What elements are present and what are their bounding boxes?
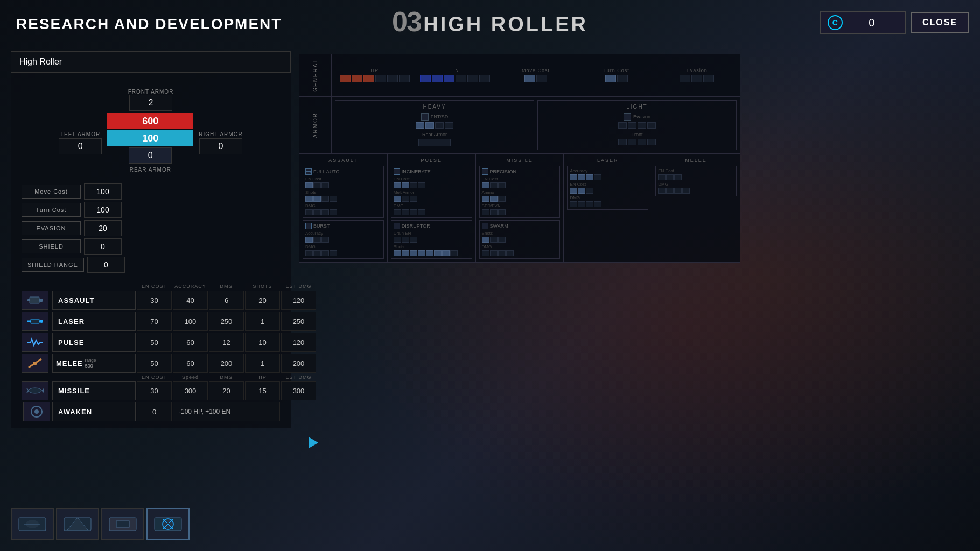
- missile-est-dmg[interactable]: 300: [281, 381, 316, 400]
- pulse-accuracy[interactable]: 60: [173, 333, 208, 352]
- move-cost-value[interactable]: 100: [84, 183, 122, 200]
- laser-shots[interactable]: 1: [245, 312, 280, 331]
- fa-shots-label: Shots: [305, 190, 381, 195]
- melee-en-cost[interactable]: 50: [137, 354, 172, 373]
- svg-rect-2: [39, 299, 43, 302]
- unit-title-block: 03 HIGH ROLLER: [392, 5, 588, 38]
- hp-bar-2: [352, 75, 362, 82]
- light-armor-block: LIGHT Evasion: [537, 100, 737, 150]
- swarm-shots-label: Shots: [482, 231, 558, 236]
- armor-main-row: LEFT ARMOR 0 600 100 0 REAR ARMOR: [22, 113, 280, 173]
- laser-icon: [22, 312, 48, 331]
- melee-weapon-row: MELEE range 500 50 60 200 1 200: [22, 354, 280, 373]
- left-armor-value[interactable]: 0: [59, 138, 102, 154]
- laser-accuracy-label: Accuracy: [570, 168, 646, 173]
- assault-en-cost[interactable]: 30: [137, 291, 172, 310]
- pulse-en-cost[interactable]: 50: [137, 333, 172, 352]
- right-armor-label: RIGHT ARMOR: [199, 131, 242, 137]
- pulse-icon: [22, 333, 48, 352]
- svg-rect-1: [30, 297, 39, 303]
- right-armor-value[interactable]: 0: [199, 138, 242, 154]
- light-label: LIGHT: [541, 104, 733, 110]
- shield-range-label[interactable]: SHIELD RANGE: [22, 258, 84, 272]
- laser-dmg[interactable]: 250: [209, 312, 244, 331]
- awaken-en-cost[interactable]: 0: [137, 402, 172, 421]
- thumbnail-2[interactable]: [56, 508, 99, 540]
- precision-sub: PRECISION EN Cost Ammo SPD/EVA: [479, 166, 561, 218]
- armor-stats-content: HEAVY FNT/SD R: [332, 97, 740, 153]
- fnt-icon: [421, 113, 429, 121]
- svg-line-10: [27, 388, 29, 391]
- awaken-name-btn[interactable]: AWAKEN: [52, 402, 136, 421]
- melee-accuracy[interactable]: 60: [173, 354, 208, 373]
- missile-en-cost[interactable]: 30: [137, 381, 172, 400]
- dis-shots-label: Shots: [394, 244, 470, 249]
- shield-label[interactable]: SHIELD: [22, 239, 81, 253]
- inc-dmg-label: DMG: [394, 203, 470, 208]
- melee-dmg[interactable]: 200: [209, 354, 244, 373]
- en-bar-5: [467, 75, 478, 82]
- melee-est-dmg[interactable]: 200: [281, 354, 316, 373]
- pulse-est-dmg[interactable]: 120: [281, 333, 316, 352]
- missile-speed[interactable]: 300: [173, 381, 208, 400]
- hp-bar-6: [399, 75, 410, 82]
- missile-dmg[interactable]: 20: [209, 381, 244, 400]
- evasion-bars: [680, 75, 714, 82]
- move-cost-stat-label: Move Cost: [522, 68, 550, 73]
- assault-est-dmg[interactable]: 120: [281, 291, 316, 310]
- en-bar: 100: [107, 130, 193, 146]
- unit-number: 03: [392, 6, 421, 37]
- close-button[interactable]: CLOSE: [911, 12, 969, 33]
- assault-name-btn[interactable]: ASSAULT: [52, 291, 136, 310]
- inc-melt-armor-label: Melt Armor: [394, 190, 470, 195]
- currency-value: 0: [845, 17, 899, 29]
- fnt-sd-label: FNT/SD: [431, 114, 449, 119]
- assault-shots[interactable]: 20: [245, 291, 280, 310]
- evasion-label[interactable]: EVASION: [22, 221, 81, 235]
- move-cost-label[interactable]: Move Cost: [22, 185, 81, 199]
- fa-dmg-label: DMG: [305, 203, 381, 208]
- shots-header: SHOTS: [245, 284, 280, 289]
- move-cost-stat-block: Move Cost: [497, 68, 575, 82]
- unit-name: HIGH ROLLER: [423, 13, 588, 36]
- front-stat-label: Front: [631, 132, 642, 137]
- svg-marker-15: [310, 170, 311, 173]
- pulse-shots[interactable]: 10: [245, 333, 280, 352]
- pulse-dmg[interactable]: 12: [209, 333, 244, 352]
- laser-en-cost[interactable]: 70: [137, 312, 172, 331]
- shield-value[interactable]: 0: [84, 238, 122, 255]
- burst-sub: BURST Accuracy DMG: [303, 220, 384, 259]
- bottom-armor-value[interactable]: 0: [129, 147, 172, 164]
- melee-en-cost-stat-label: EN Cost: [658, 168, 734, 173]
- fnt-sd-block: FNT/SD: [339, 113, 530, 129]
- swarm-label: SWARM: [490, 223, 508, 229]
- melee-shots[interactable]: 1: [245, 354, 280, 373]
- laser-est-dmg[interactable]: 250: [281, 312, 316, 331]
- missile-card: MISSILE PRECISION EN Cost Ammo: [476, 154, 564, 262]
- melee-name[interactable]: MELEE: [56, 359, 83, 368]
- en-cost-header: EN COST: [137, 284, 172, 289]
- thumbnail-1[interactable]: [11, 508, 54, 540]
- assault-dmg[interactable]: 6: [209, 291, 244, 310]
- turn-cost-label[interactable]: Turn Cost: [22, 203, 81, 217]
- pulse-name-btn[interactable]: PULSE: [52, 333, 136, 352]
- laser-name-btn[interactable]: LASER: [52, 312, 136, 331]
- precision-label: PRECISION: [490, 169, 517, 174]
- svg-point-8: [29, 388, 41, 393]
- missile-hp[interactable]: 15: [245, 381, 280, 400]
- move-cost-bars: [524, 75, 547, 82]
- assault-card: ASSAULT FULL AUTO EN Cost: [299, 154, 388, 262]
- missile-name-btn[interactable]: MISSILE: [52, 381, 136, 400]
- laser-accuracy[interactable]: 100: [173, 312, 208, 331]
- unit-name-input[interactable]: [11, 51, 291, 73]
- front-armor-value[interactable]: 2: [129, 95, 172, 111]
- assault-accuracy[interactable]: 40: [173, 291, 208, 310]
- thumbnail-3[interactable]: [101, 508, 144, 540]
- shield-range-value[interactable]: 0: [87, 257, 125, 273]
- turn-cost-value[interactable]: 100: [84, 202, 122, 218]
- evasion-value[interactable]: 20: [84, 220, 122, 236]
- turn-cost-stat-label: Turn Cost: [603, 68, 629, 73]
- burst-accuracy-label: Accuracy: [305, 231, 381, 236]
- thumbnail-4[interactable]: [146, 508, 190, 540]
- laser-card: LASER Accuracy EN Cost DMG: [564, 154, 652, 262]
